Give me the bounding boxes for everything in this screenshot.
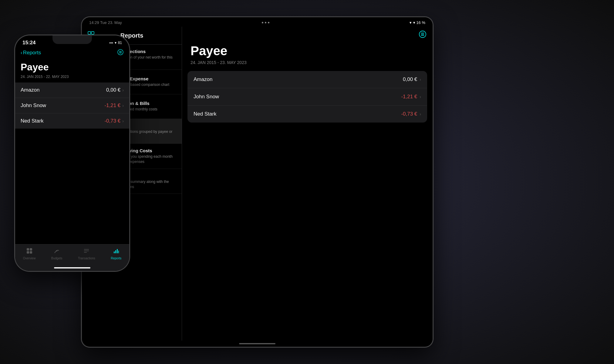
phone-filter-button[interactable]	[117, 49, 124, 57]
phone-item-value-johnsnow: -1,21 € ›	[104, 103, 124, 109]
tablet-name-johnsnow: John Snow	[194, 94, 219, 100]
tablet-filter-icon[interactable]	[419, 30, 427, 40]
svg-rect-14	[117, 249, 118, 253]
phone-tab-overview[interactable]: Overview	[23, 248, 36, 260]
transactions-tab-label: Transactions	[78, 257, 95, 260]
tablet-status-bar: 14:29 Tue 23. May ▾ ▾ 16 %	[82, 17, 433, 27]
budgets-tab-label: Budgets	[51, 257, 62, 260]
tablet-time: 14:29 Tue 23. May	[89, 20, 122, 25]
chevron-right-icon: ›	[122, 88, 124, 93]
wifi-icon: ▾	[115, 41, 116, 45]
svg-rect-6	[27, 251, 29, 254]
battery-level: ▾ 16 %	[413, 20, 425, 25]
tablet-detail-title: Payee	[182, 44, 433, 60]
phone-date-range: 24. JAN 2015 - 22. MAY 2023	[15, 74, 129, 83]
phone-item-name-johnsnow: John Snow	[21, 103, 46, 109]
phone-list-item-johnsnow[interactable]: John Snow -1,21 € ›	[15, 98, 129, 113]
phone-time: 15:24	[22, 40, 35, 46]
tablet-dots	[262, 22, 269, 23]
phone-payee-list: Amazon 0,00 € › John Snow -1,21 € › Ned …	[15, 83, 129, 129]
tablet-row-johnsnow[interactable]: John Snow -1,21 € ›	[187, 88, 427, 106]
phone-item-name-nedstark: Ned Stark	[21, 118, 44, 124]
svg-rect-16	[88, 32, 91, 34]
phone-tab-transactions[interactable]: Transactions	[78, 248, 95, 260]
tablet-status-right: ▾ ▾ 16 %	[410, 20, 425, 25]
tablet-device: 14:29 Tue 23. May ▾ ▾ 16 %	[81, 17, 433, 347]
phone-item-value-amazon: 0,00 € ›	[106, 87, 124, 93]
tablet-row-nedstark[interactable]: Ned Stark -0,73 € ›	[187, 106, 427, 123]
tablet-detail-pane: Payee 24. JAN 2015 - 23. MAY 2023 Amazon…	[182, 27, 433, 341]
transactions-icon	[83, 248, 90, 256]
budgets-icon	[53, 248, 60, 256]
svg-rect-5	[30, 248, 32, 251]
back-label: Reports	[23, 50, 41, 56]
chevron-right-icon: ›	[420, 77, 421, 82]
battery-icon: 81	[118, 41, 122, 45]
tablet-name-nedstark: Ned Stark	[194, 111, 217, 117]
phone-device: 15:24 ▪▪▪ ▾ 81 ‹ Reports	[15, 35, 130, 271]
phone-tab-bar: Overview Budgets	[15, 244, 129, 271]
tablet-value-johnsnow: -1,21 € ›	[401, 94, 421, 100]
svg-rect-17	[91, 32, 94, 34]
phone-home-indicator	[54, 267, 90, 268]
overview-tab-label: Overview	[23, 257, 36, 260]
tablet-value-amazon: 0,00 € ›	[403, 76, 421, 83]
phone-nav-bar: ‹ Reports	[15, 48, 129, 59]
svg-point-8	[56, 250, 57, 251]
tablet-bottom-bar	[82, 341, 433, 347]
signal-icon: ▪▪▪	[109, 41, 113, 45]
phone-item-value-nedstark: -0,73 € ›	[104, 118, 124, 124]
chevron-right-icon: ›	[122, 103, 124, 108]
svg-rect-15	[118, 251, 119, 253]
phone-page-title: Payee	[15, 59, 129, 74]
phone-status-icons: ▪▪▪ ▾ 81	[109, 41, 122, 45]
svg-rect-7	[30, 251, 32, 254]
phone-tab-reports[interactable]: Reports	[111, 248, 121, 260]
chevron-right-icon: ›	[420, 94, 421, 99]
phone-list-item-nedstark[interactable]: Ned Stark -0,73 € ›	[15, 113, 129, 129]
phone-tab-budgets[interactable]: Budgets	[51, 248, 62, 260]
phone-item-name-amazon: Amazon	[21, 87, 39, 93]
wifi-icon: ▾	[410, 20, 412, 25]
tablet-content: Reports	[82, 27, 433, 341]
tablet-detail-date: 24. JAN 2015 - 23. MAY 2023	[182, 60, 433, 71]
chevron-left-icon: ‹	[21, 50, 22, 56]
tablet-row-amazon[interactable]: Amazon 0,00 € ›	[187, 71, 427, 88]
reports-tab-label: Reports	[111, 257, 121, 260]
phone-back-button[interactable]: ‹ Reports	[21, 50, 41, 56]
phone-list-item-amazon[interactable]: Amazon 0,00 € ›	[15, 83, 129, 98]
tablet-detail-header	[182, 27, 433, 44]
chevron-right-icon: ›	[122, 119, 124, 123]
tablet-home-indicator	[239, 343, 275, 344]
svg-rect-4	[27, 248, 29, 251]
phone-notch	[52, 35, 92, 44]
overview-icon	[26, 248, 33, 256]
phone-screen: 15:24 ▪▪▪ ▾ 81 ‹ Reports	[15, 35, 129, 271]
tablet-value-nedstark: -0,73 € ›	[401, 111, 421, 117]
reports-icon	[113, 248, 120, 256]
tablet-screen: 14:29 Tue 23. May ▾ ▾ 16 %	[82, 17, 433, 347]
svg-rect-13	[115, 250, 116, 253]
chevron-right-icon: ›	[420, 112, 421, 116]
tablet-name-amazon: Amazon	[194, 76, 212, 83]
svg-rect-12	[114, 251, 115, 253]
tablet-detail-list: Amazon 0,00 € › John Snow -1,21 € ›	[187, 71, 427, 123]
